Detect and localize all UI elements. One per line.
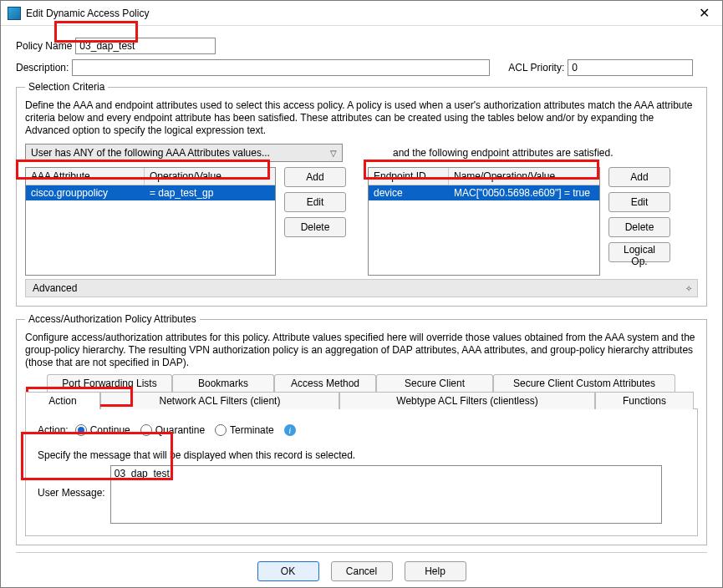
selection-criteria-group: Selection Criteria Define the AAA and en… <box>16 81 707 307</box>
radio-off-icon <box>140 424 152 436</box>
tab-network-acl[interactable]: Network ACL Filters (client) <box>100 392 339 409</box>
radio-on-icon <box>75 424 87 436</box>
aaa-edit-button[interactable]: Edit <box>284 192 346 212</box>
user-message-hint: Specify the message that will be display… <box>38 449 685 462</box>
acl-priority-label: ACL Priority: <box>508 62 564 74</box>
description-label: Description: <box>16 62 69 74</box>
tab-action[interactable]: Action <box>25 392 100 409</box>
aaa-delete-button[interactable]: Delete <box>284 217 346 237</box>
tab-port-forwarding[interactable]: Port Forwarding Lists <box>47 374 172 392</box>
selection-criteria-legend: Selection Criteria <box>25 81 108 93</box>
policy-name-label: Policy Name <box>16 40 72 52</box>
ok-button[interactable]: OK <box>257 561 319 581</box>
ep-col-id: Endpoint ID <box>369 168 449 185</box>
ep-row-id: device <box>369 185 449 200</box>
titlebar: Edit Dynamic Access Policy ✕ <box>1 1 722 26</box>
action-label: Action: <box>38 424 69 436</box>
tabs-row-bottom: Action Network ACL Filters (client) Webt… <box>25 392 698 409</box>
radio-quarantine[interactable]: Quarantine <box>140 424 205 436</box>
acl-priority-input[interactable] <box>568 59 693 76</box>
tabs-row-top: Port Forwarding Lists Bookmarks Access M… <box>47 374 698 392</box>
radio-terminate[interactable]: Terminate <box>215 424 274 436</box>
endpoint-attributes-listbox[interactable]: Endpoint ID Name/Operation/Value device … <box>368 167 600 276</box>
tab-bookmarks[interactable]: Bookmarks <box>172 374 274 392</box>
aaa-mode-value: User has ANY of the following AAA Attrib… <box>31 147 270 159</box>
radio-continue[interactable]: Continue <box>75 424 130 436</box>
tab-secure-client-custom[interactable]: Secure Client Custom Attributes <box>493 374 675 392</box>
close-icon[interactable]: ✕ <box>685 1 722 26</box>
double-chevron-down-icon: ✧ <box>685 284 690 293</box>
aaa-attributes-listbox[interactable]: AAA Attribute Operation/Value cisco.grou… <box>25 167 276 276</box>
aaa-row-selected[interactable]: cisco.grouppolicy = dap_test_gp <box>26 185 275 200</box>
description-input[interactable] <box>72 59 490 76</box>
aaa-buttons: Add Edit Delete <box>284 167 346 237</box>
ep-row-selected[interactable]: device MAC["0050.5698.e609"] = true <box>369 185 599 200</box>
aaa-mode-combobox[interactable]: User has ANY of the following AAA Attrib… <box>25 144 343 162</box>
radio-quarantine-label: Quarantine <box>155 424 205 436</box>
radio-continue-label: Continue <box>90 424 130 436</box>
tab-access-method[interactable]: Access Method <box>274 374 376 392</box>
radio-off-icon <box>215 424 227 436</box>
ep-add-button[interactable]: Add <box>608 167 670 187</box>
ep-delete-button[interactable]: Delete <box>608 217 670 237</box>
dialog-footer: OK Cancel Help <box>16 552 707 588</box>
tab-action-panel: Action: Continue Quarantine Terminate <box>25 408 698 536</box>
advanced-label: Advanced <box>33 282 77 294</box>
radio-terminate-label: Terminate <box>230 424 274 436</box>
help-button[interactable]: Help <box>405 561 466 581</box>
advanced-expander[interactable]: Advanced ✧ <box>25 279 698 297</box>
tab-functions[interactable]: Functions <box>595 392 694 409</box>
ep-row-val: MAC["0050.5698.e609"] = true <box>449 185 599 200</box>
auth-policy-legend: Access/Authorization Policy Attributes <box>25 313 200 325</box>
aaa-add-button[interactable]: Add <box>284 167 346 187</box>
cancel-button[interactable]: Cancel <box>331 561 393 581</box>
window-title: Edit Dynamic Access Policy <box>26 8 679 19</box>
user-message-textarea[interactable] <box>110 465 662 524</box>
auth-policy-group: Access/Authorization Policy Attributes C… <box>16 313 707 545</box>
endpoint-clause-label: and the following endpoint attributes ar… <box>393 147 614 159</box>
tab-webtype-acl[interactable]: Webtype ACL Filters (clientless) <box>339 392 595 409</box>
chevron-down-icon: ▽ <box>330 149 337 158</box>
aaa-row-val: = dap_test_gp <box>145 185 275 200</box>
selection-criteria-blurb: Define the AAA and endpoint attributes u… <box>25 99 698 137</box>
app-icon <box>8 7 21 20</box>
tab-secure-client[interactable]: Secure Client <box>376 374 493 392</box>
endpoint-buttons: Add Edit Delete Logical Op. <box>608 167 670 262</box>
policy-name-input[interactable] <box>75 38 216 54</box>
ep-edit-button[interactable]: Edit <box>608 192 670 212</box>
user-message-label: User Message: <box>38 465 105 499</box>
info-icon[interactable]: i <box>284 424 296 436</box>
auth-policy-blurb: Configure access/authorization attribute… <box>25 332 698 369</box>
aaa-col-attribute: AAA Attribute <box>26 168 145 185</box>
ep-logical-op-button[interactable]: Logical Op. <box>608 242 670 262</box>
aaa-row-attr: cisco.grouppolicy <box>26 185 145 200</box>
aaa-col-operation: Operation/Value <box>145 168 275 185</box>
ep-col-operation: Name/Operation/Value <box>449 168 599 185</box>
